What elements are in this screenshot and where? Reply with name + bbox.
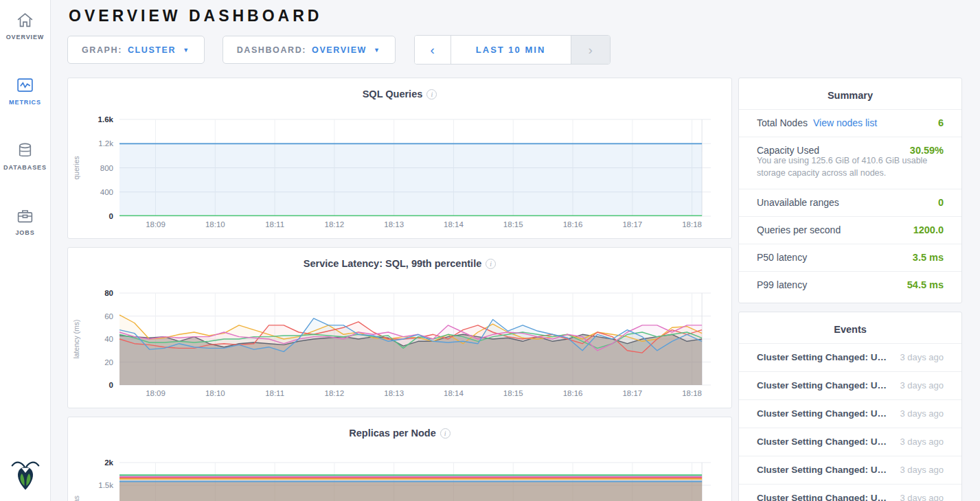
svg-text:400: 400 — [100, 188, 113, 196]
sidebar-item-label: JOBS — [15, 229, 34, 236]
svg-text:18:18: 18:18 — [682, 389, 702, 397]
graph-dropdown-value: CLUSTER — [128, 45, 176, 55]
summary-row-qps: Queries per second 1200.0 — [739, 216, 961, 244]
graph-dropdown-label: GRAPH: — [82, 45, 122, 55]
sidebar: OVERVIEW METRICS DATABASES JOBS — [0, 0, 51, 501]
summary-card: Summary Total Nodes View nodes list 6 Ca… — [738, 78, 962, 303]
summary-row-p99: P99 latency 54.5 ms — [739, 271, 961, 299]
sidebar-item-label: DATABASES — [3, 164, 47, 171]
service-latency-chart[interactable]: 02040608018:0918:1018:1118:1218:1318:141… — [68, 248, 733, 409]
chevron-down-icon: ▼ — [183, 47, 190, 54]
chart-panel-service-latency: Service Latency: SQL, 99th percentilei 0… — [67, 247, 732, 408]
view-nodes-list-link[interactable]: View nodes list — [813, 117, 877, 128]
svg-text:18:15: 18:15 — [503, 389, 523, 397]
sidebar-item-label: METRICS — [9, 99, 41, 106]
summary-row-p50: P50 latency 3.5 ms — [739, 244, 961, 271]
charts-column: SQL Queriesi 04008001.2k1.6k18:0918:1018… — [67, 78, 732, 501]
sql-queries-chart[interactable]: 04008001.2k1.6k18:0918:1018:1118:1218:13… — [68, 78, 733, 240]
svg-text:18:11: 18:11 — [265, 220, 284, 229]
p99-latency-value: 54.5 ms — [907, 279, 944, 290]
svg-text:60: 60 — [104, 312, 113, 321]
svg-text:18:14: 18:14 — [444, 389, 464, 397]
svg-text:20: 20 — [104, 358, 113, 366]
qps-value: 1200.0 — [913, 224, 944, 235]
chart-panel-sql-queries: SQL Queriesi 04008001.2k1.6k18:0918:1018… — [67, 78, 732, 239]
sidebar-item-overview[interactable]: OVERVIEW — [0, 10, 50, 47]
sidebar-item-label: OVERVIEW — [6, 34, 45, 40]
time-range-value[interactable]: LAST 10 MIN — [451, 36, 571, 64]
svg-text:18:12: 18:12 — [324, 220, 344, 229]
databases-icon — [16, 141, 34, 160]
svg-text:replicas: replicas — [72, 496, 80, 501]
svg-text:queries: queries — [72, 156, 80, 179]
svg-text:18:15: 18:15 — [503, 220, 523, 229]
svg-text:18:10: 18:10 — [205, 389, 225, 397]
svg-text:0: 0 — [109, 381, 113, 389]
svg-text:18:18: 18:18 — [682, 220, 702, 229]
info-icon[interactable]: i — [426, 89, 437, 100]
svg-text:1.5k: 1.5k — [98, 481, 113, 489]
svg-text:18:09: 18:09 — [146, 389, 166, 397]
svg-text:800: 800 — [100, 164, 113, 172]
svg-text:80: 80 — [104, 289, 113, 297]
svg-text:0: 0 — [109, 212, 113, 220]
metrics-icon — [16, 76, 34, 95]
page-title: OVERVIEW DASHBOARD — [69, 7, 963, 25]
svg-text:18:11: 18:11 — [265, 389, 284, 397]
event-row[interactable]: Cluster Setting Changed: U… 3 days ago — [739, 399, 961, 428]
svg-text:18:13: 18:13 — [384, 389, 404, 397]
time-range-picker: ‹ LAST 10 MIN › — [414, 35, 611, 65]
event-row[interactable]: Cluster Setting Changed: U… 3 days ago — [739, 428, 961, 456]
events-card: Events Cluster Setting Changed: U… 3 day… — [738, 312, 962, 501]
event-row[interactable]: Cluster Setting Changed: U… 3 days ago — [739, 371, 961, 399]
event-row[interactable]: Cluster Setting Changed: U… 3 days ago — [739, 484, 961, 501]
chart-title: SQL Queriesi — [68, 89, 731, 100]
svg-text:18:16: 18:16 — [563, 389, 583, 397]
controls-bar: GRAPH: CLUSTER ▼ DASHBOARD: OVERVIEW ▼ ‹… — [67, 35, 963, 65]
svg-text:18:17: 18:17 — [622, 389, 642, 397]
unavailable-ranges-value: 0 — [938, 197, 944, 208]
summary-row-total-nodes: Total Nodes View nodes list 6 — [739, 109, 961, 137]
info-icon[interactable]: i — [440, 428, 451, 439]
dashboard-dropdown[interactable]: DASHBOARD: OVERVIEW ▼ — [223, 36, 396, 64]
info-icon[interactable]: i — [486, 259, 496, 269]
chart-title: Replicas per Nodei — [68, 428, 731, 439]
total-nodes-value: 6 — [938, 117, 944, 128]
chart-panel-replicas-per-node: Replicas per Nodei 05001k1.5k2k18:0918:1… — [67, 417, 732, 501]
chart-title: Service Latency: SQL, 99th percentilei — [68, 258, 731, 269]
home-icon — [16, 11, 34, 30]
side-column: Summary Total Nodes View nodes list 6 Ca… — [738, 78, 962, 501]
time-next-button[interactable]: › — [571, 36, 610, 64]
dashboard-dropdown-label: DASHBOARD: — [237, 45, 306, 55]
main-content: OVERVIEW DASHBOARD GRAPH: CLUSTER ▼ DASH… — [51, 0, 980, 501]
svg-text:18:10: 18:10 — [205, 220, 225, 229]
svg-text:2k: 2k — [104, 458, 113, 467]
svg-text:18:17: 18:17 — [622, 220, 642, 229]
svg-text:1.2k: 1.2k — [98, 139, 113, 148]
event-row[interactable]: Cluster Setting Changed: U… 3 days ago — [739, 456, 961, 484]
svg-text:18:14: 18:14 — [444, 220, 464, 229]
sidebar-item-databases[interactable]: DATABASES — [0, 140, 50, 178]
time-prev-button[interactable]: ‹ — [415, 36, 451, 64]
dashboard-dropdown-value: OVERVIEW — [312, 45, 367, 55]
capacity-description: You are using 125.6 GiB of 410.6 GiB usa… — [739, 154, 961, 189]
p50-latency-value: 3.5 ms — [913, 252, 944, 263]
graph-dropdown[interactable]: GRAPH: CLUSTER ▼ — [67, 36, 205, 64]
summary-title: Summary — [739, 78, 961, 109]
jobs-icon — [16, 207, 34, 225]
svg-text:18:09: 18:09 — [146, 220, 166, 229]
svg-text:40: 40 — [104, 335, 113, 343]
svg-text:1.6k: 1.6k — [98, 115, 114, 124]
svg-text:latency (ms): latency (ms) — [72, 319, 80, 358]
chevron-down-icon: ▼ — [374, 47, 381, 54]
svg-text:18:12: 18:12 — [324, 389, 344, 397]
app-root: OVERVIEW METRICS DATABASES JOBS — [0, 0, 980, 501]
sidebar-item-jobs[interactable]: JOBS — [0, 205, 50, 243]
summary-row-unavailable: Unavailable ranges 0 — [739, 189, 961, 216]
event-row[interactable]: Cluster Setting Changed: U… 3 days ago — [739, 343, 961, 371]
cockroachdb-logo[interactable] — [0, 456, 51, 493]
svg-text:18:16: 18:16 — [563, 220, 583, 229]
sidebar-item-metrics[interactable]: METRICS — [0, 75, 50, 113]
svg-text:18:13: 18:13 — [384, 220, 404, 229]
events-title: Events — [739, 312, 961, 343]
